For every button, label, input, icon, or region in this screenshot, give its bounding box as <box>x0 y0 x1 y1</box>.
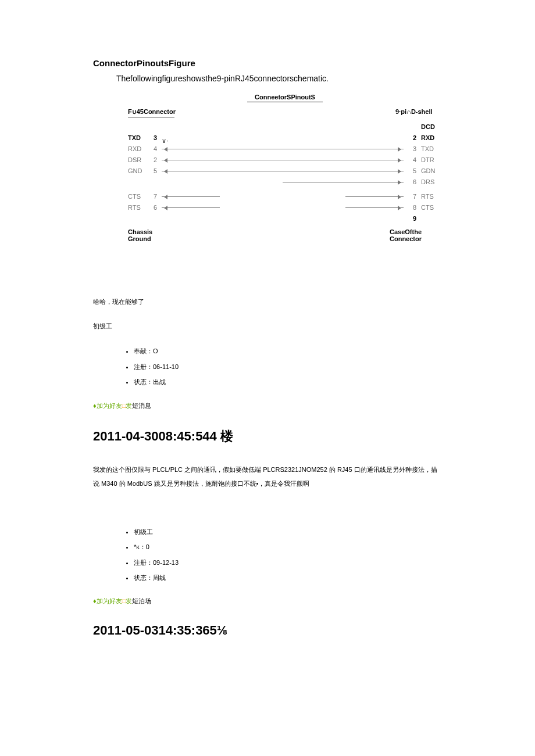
list-item: 注册：06-11-10 <box>134 359 442 374</box>
user-info-list: 初级工 *κ：0 注册：09-12-13 状态：周线 <box>93 524 442 586</box>
user-actions: ♦加为好友□发短消息 <box>93 402 442 410</box>
msg-label: 短消息 <box>132 402 151 409</box>
pin-row: RTS6 8CTS <box>128 202 442 213</box>
diagram-title: ConneetorSPinoutS <box>247 94 323 102</box>
list-item: 奉献：O <box>134 343 442 359</box>
post-heading: 2011-05-0314:35:365⅛ <box>93 623 442 638</box>
diagram-footer-right: CaseOfthe Connector <box>390 228 442 242</box>
pin-row: DCD <box>128 121 442 132</box>
section-title: ConnectorPinoutsFigure <box>93 58 442 68</box>
post-heading: 2011-04-3008:45:544 楼 <box>93 428 442 445</box>
pin-row: RXD4 3TXD <box>128 143 442 154</box>
add-friend-link[interactable]: 加为好友 <box>97 597 122 604</box>
diagram-right-header: 9·pi∩D-shell <box>395 108 442 117</box>
list-item: 初级工 <box>134 524 442 539</box>
list-item: 注册：09-12-13 <box>134 555 442 570</box>
pin-row: CTS7 7RTS <box>128 191 442 202</box>
pin-row: TXD3 ∨· 2RXD <box>128 132 442 143</box>
user-actions: ♦加为好友□发短泊场 <box>93 597 442 605</box>
pin-row: 9 <box>128 213 442 224</box>
user-info-list: 奉献：O 注册：06-11-10 状态：出战 <box>93 343 442 389</box>
list-item: *κ：0 <box>134 539 442 554</box>
post-body: 我发的这个图仅限与 PLCL/PLC 之间的通讯，假如要做低端 PLCRS232… <box>93 463 442 490</box>
msg-label: 短泊场 <box>132 597 151 604</box>
diagram-footer-left: Chassis Ground <box>128 228 174 242</box>
send-link[interactable]: 发 <box>126 402 132 409</box>
pin-row: DSR2 4DTR <box>128 154 442 165</box>
list-item: 状态：出战 <box>134 374 442 389</box>
pin-row: 6DRS <box>128 176 442 187</box>
add-friend-link[interactable]: 加为好友 <box>97 402 122 409</box>
diagram-left-header: F∪45Connector <box>128 108 174 117</box>
pinout-diagram: ConneetorSPinoutS F∪45Connector 9·pi∩D-s… <box>128 94 442 242</box>
list-item: 状态：周线 <box>134 570 442 585</box>
send-link[interactable]: 发 <box>126 597 132 604</box>
pin-row: GND5 5GDN <box>128 165 442 176</box>
user-rank: 初级工 <box>93 319 442 333</box>
intro-text: Thefollowingfigureshowsthe9-pinRJ45conne… <box>116 74 442 83</box>
reply-text: 哈哈，现在能够了 <box>93 295 442 309</box>
